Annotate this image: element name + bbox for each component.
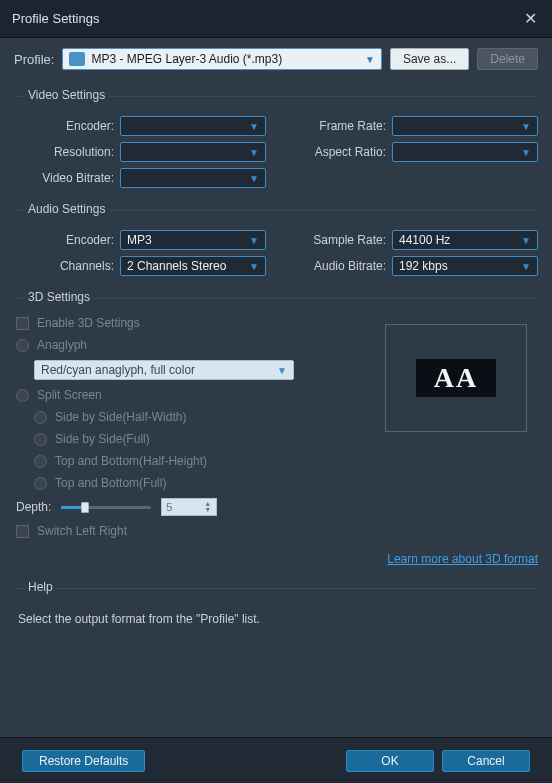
help-legend: Help [24, 580, 57, 594]
threed-settings-section: 3D Settings Enable 3D Settings Anaglyph … [14, 290, 538, 566]
learn-more-link[interactable]: Learn more about 3D format [14, 552, 538, 566]
help-text: Select the output format from the "Profi… [18, 612, 260, 626]
mp3-icon [69, 52, 85, 66]
video-bitrate-select[interactable]: ▼ [120, 168, 266, 188]
aspect-ratio-select[interactable]: ▼ [392, 142, 538, 162]
chevron-down-icon: ▼ [521, 235, 531, 246]
preview-text: AA [434, 362, 478, 394]
split-screen-radio[interactable] [16, 389, 29, 402]
frame-rate-label: Frame Rate: [286, 119, 386, 133]
sbs-full-label: Side by Side(Full) [55, 432, 150, 446]
chevron-down-icon: ▼ [249, 235, 259, 246]
tab-full-label: Top and Bottom(Full) [55, 476, 166, 490]
depth-slider[interactable] [61, 506, 151, 509]
help-section: Help Select the output format from the "… [14, 580, 538, 626]
restore-defaults-button[interactable]: Restore Defaults [22, 750, 145, 772]
ok-button[interactable]: OK [346, 750, 434, 772]
video-bitrate-label: Video Bitrate: [14, 171, 114, 185]
video-settings-section: Video Settings Encoder: ▼ Frame Rate: ▼ … [14, 88, 538, 188]
chevron-down-icon: ▼ [249, 261, 259, 272]
audio-bitrate-label: Audio Bitrate: [286, 259, 386, 273]
threed-legend: 3D Settings [24, 290, 94, 304]
slider-thumb-icon[interactable] [81, 502, 89, 513]
sample-rate-label: Sample Rate: [286, 233, 386, 247]
delete-button: Delete [477, 48, 538, 70]
video-encoder-label: Encoder: [14, 119, 114, 133]
footer: Restore Defaults OK Cancel [0, 737, 552, 783]
chevron-down-icon: ▼ [249, 121, 259, 132]
sbs-half-radio[interactable] [34, 411, 47, 424]
titlebar: Profile Settings ✕ [0, 0, 552, 38]
threed-preview: AA [385, 324, 527, 432]
audio-settings-section: Audio Settings Encoder: MP3▼ Sample Rate… [14, 202, 538, 276]
chevron-down-icon: ▼ [249, 147, 259, 158]
split-screen-label: Split Screen [37, 388, 102, 402]
close-button[interactable]: ✕ [520, 9, 540, 29]
audio-encoder-label: Encoder: [14, 233, 114, 247]
anaglyph-label: Anaglyph [37, 338, 87, 352]
profile-selected: MP3 - MPEG Layer-3 Audio (*.mp3) [91, 52, 282, 66]
video-encoder-select[interactable]: ▼ [120, 116, 266, 136]
depth-label: Depth: [16, 500, 51, 514]
chevron-down-icon: ▼ [365, 54, 375, 65]
switch-lr-label: Switch Left Right [37, 524, 127, 538]
profile-select[interactable]: MP3 - MPEG Layer-3 Audio (*.mp3) ▼ [62, 48, 381, 70]
video-legend: Video Settings [24, 88, 109, 102]
cancel-button[interactable]: Cancel [442, 750, 530, 772]
chevron-down-icon: ▼ [204, 507, 214, 513]
audio-legend: Audio Settings [24, 202, 109, 216]
tab-half-label: Top and Bottom(Half-Height) [55, 454, 207, 468]
chevron-down-icon: ▼ [249, 173, 259, 184]
sample-rate-select[interactable]: 44100 Hz▼ [392, 230, 538, 250]
profile-row: Profile: MP3 - MPEG Layer-3 Audio (*.mp3… [0, 38, 552, 84]
resolution-select[interactable]: ▼ [120, 142, 266, 162]
tab-half-radio[interactable] [34, 455, 47, 468]
switch-lr-checkbox[interactable] [16, 525, 29, 538]
aspect-ratio-label: Aspect Ratio: [286, 145, 386, 159]
frame-rate-select[interactable]: ▼ [392, 116, 538, 136]
anaglyph-type-select[interactable]: Red/cyan anaglyph, full color▼ [34, 360, 294, 380]
audio-encoder-select[interactable]: MP3▼ [120, 230, 266, 250]
channels-select[interactable]: 2 Channels Stereo▼ [120, 256, 266, 276]
chevron-down-icon: ▼ [521, 121, 531, 132]
channels-label: Channels: [14, 259, 114, 273]
resolution-label: Resolution: [14, 145, 114, 159]
chevron-down-icon: ▼ [277, 365, 287, 376]
anaglyph-radio[interactable] [16, 339, 29, 352]
tab-full-radio[interactable] [34, 477, 47, 490]
profile-label: Profile: [14, 52, 54, 67]
sbs-half-label: Side by Side(Half-Width) [55, 410, 186, 424]
chevron-down-icon: ▼ [521, 147, 531, 158]
depth-spinner[interactable]: 5 ▲▼ [161, 498, 217, 516]
enable-3d-label: Enable 3D Settings [37, 316, 140, 330]
sbs-full-radio[interactable] [34, 433, 47, 446]
chevron-down-icon: ▼ [521, 261, 531, 272]
save-as-button[interactable]: Save as... [390, 48, 469, 70]
window-title: Profile Settings [12, 11, 99, 26]
close-icon: ✕ [524, 9, 537, 28]
audio-bitrate-select[interactable]: 192 kbps▼ [392, 256, 538, 276]
enable-3d-checkbox[interactable] [16, 317, 29, 330]
